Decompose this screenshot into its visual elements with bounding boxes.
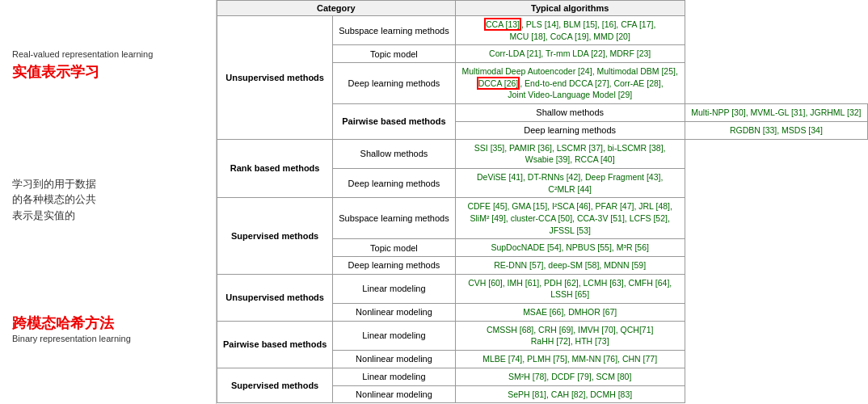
header-category: Category	[217, 1, 456, 16]
binary-section: 跨模态哈希方法 Binary representation learning	[12, 314, 204, 347]
deep-learning-3: Deep learning methods	[333, 168, 455, 197]
algo-subspace-1: CCA [13], PLS [14], BLM [15], [16], CFA …	[455, 16, 685, 45]
topic-model-1: Topic model	[333, 45, 455, 63]
algo-shallow-1: Multi-NPP [30], MVML-GL [31], JGRHML [32…	[685, 104, 867, 122]
topic-model-2: Topic model	[333, 239, 455, 257]
algo-bin-pair-linear: CMSSH [68], CRH [69], IMVH [70], QCH[71]…	[455, 321, 685, 350]
algo-bin-sup-nonlinear: SePH [81], CAH [82], DCMH [83]	[455, 385, 685, 403]
algo-rank-deep: DeViSE [41], DT-RNNs [42], Deep Fragment…	[455, 168, 685, 197]
subspace-learning-2: Subspace learning methods	[333, 198, 455, 239]
main-table: Category Typical algorithms Unsupervised…	[217, 0, 868, 403]
pairwise-binary: Pairwise based methods	[217, 321, 333, 368]
algo-bin-linear-1: CVH [60], IMH [61], PDH [62], LCMH [63],…	[455, 274, 685, 303]
deep-learning-1: Deep learning methods	[333, 63, 455, 104]
linear-modeling-3: Linear modeling	[333, 368, 455, 385]
algo-sup-subspace: CDFE [45], GMA [15], I²SCA [46], PFAR [4…	[455, 198, 685, 239]
algo-sup-deep: RE-DNN [57], deep-SM [58], MDNN [59]	[455, 257, 685, 275]
table-row: Unsupervised methods Subspace learning m…	[217, 16, 868, 45]
page-wrapper: Real-valued representation learning 实值表示…	[0, 0, 868, 404]
nonlinear-modeling-1: Nonlinear modeling	[333, 304, 455, 322]
table-row: Unsupervised methods Linear modeling CVH…	[217, 274, 868, 303]
supervised-binary: Supervised methods	[217, 368, 333, 402]
table-wrapper: Category Typical algorithms Unsupervised…	[217, 0, 868, 404]
header-algorithms: Typical algorithms	[455, 1, 685, 16]
deep-learning-4: Deep learning methods	[333, 257, 455, 275]
table-row: Rank based methods Shallow methods SSI […	[217, 139, 868, 168]
nonlinear-modeling-2: Nonlinear modeling	[333, 351, 455, 368]
subspace-learning-1: Subspace learning methods	[333, 16, 455, 45]
unsupervised-binary: Unsupervised methods	[217, 274, 333, 321]
nonlinear-modeling-3: Nonlinear modeling	[333, 385, 455, 403]
linear-modeling-1: Linear modeling	[333, 274, 455, 303]
algo-deep-1: Multimodal Deep Autoencoder [24], Multim…	[455, 63, 685, 104]
desc-zh: 学习到的用于数据的各种模态的公共表示是实值的	[12, 176, 96, 224]
shallow-methods-1: Shallow methods	[455, 104, 685, 122]
left-panel: Real-valued representation learning 实值表示…	[0, 0, 217, 404]
real-valued-section: Real-valued representation learning 实值表示…	[12, 49, 204, 82]
deep-learning-2: Deep learning methods	[455, 121, 685, 139]
algo-topic-1: Corr-LDA [21], Tr-mm LDA [22], MDRF [23]	[455, 45, 685, 63]
table-row: Supervised methods Subspace learning met…	[217, 198, 868, 239]
table-row: Pairwise based methods Linear modeling C…	[217, 321, 868, 350]
shallow-methods-2: Shallow methods	[333, 139, 455, 168]
rank-based: Rank based methods	[217, 139, 333, 198]
algo-bin-nonlinear-1: MSAE [66], DMHOR [67]	[455, 304, 685, 322]
binary-en: Binary representation learning	[12, 334, 131, 343]
algo-rank-shallow: SSI [35], PAMIR [36], LSCMR [37], bi-LSC…	[455, 139, 685, 168]
algo-bin-pair-nonlinear: MLBE [74], PLMH [75], MM-NN [76], CHN [7…	[455, 351, 685, 368]
linear-modeling-2: Linear modeling	[333, 321, 455, 350]
real-valued-zh: 实值表示学习	[12, 62, 99, 82]
real-valued-en: Real-valued representation learning	[12, 49, 153, 59]
algo-deep-2: RGDBN [33], MSDS [34]	[685, 121, 867, 139]
pairwise-based: Pairwise based methods	[333, 104, 455, 139]
binary-zh: 跨模态哈希方法	[12, 314, 114, 334]
desc-section: 学习到的用于数据的各种模态的公共表示是实值的	[12, 173, 204, 224]
algo-bin-sup-linear: SM²H [78], DCDF [79], SCM [80]	[455, 368, 685, 385]
unsupervised-methods-rv: Unsupervised methods	[217, 16, 333, 140]
table-row: Supervised methods Linear modeling SM²H …	[217, 368, 868, 385]
algo-sup-topic: SupDocNADE [54], NPBUS [55], M³R [56]	[455, 239, 685, 257]
supervised-methods: Supervised methods	[217, 198, 333, 274]
